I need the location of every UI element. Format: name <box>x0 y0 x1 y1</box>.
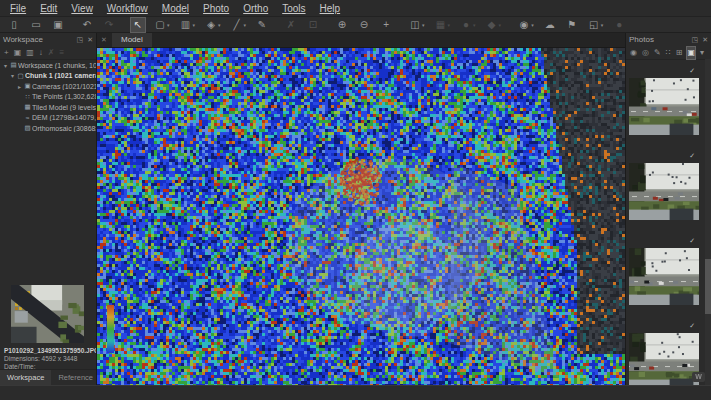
details-view-icon[interactable]: ▣ <box>687 47 695 59</box>
crop-region-button[interactable]: ⊡ <box>306 18 320 32</box>
delete-button[interactable]: ✗ <box>284 18 298 32</box>
float-panel-icon[interactable]: ◳ <box>77 36 84 44</box>
add-chunk-icon[interactable]: + <box>4 47 9 59</box>
tree-item-cameras[interactable]: ▸▣Cameras (1021/1021 aligned) <box>0 81 96 92</box>
measure-button[interactable]: ╱▾ <box>230 18 248 32</box>
dropdown-caret-icon[interactable]: ▾ <box>244 22 247 28</box>
dropdown-caret-icon[interactable]: ▾ <box>601 22 604 28</box>
tree-item-tie-points[interactable]: ∷Tie Points (1,302,628 points) <box>0 92 96 103</box>
rectangle-select-button[interactable]: ▢▾ <box>153 18 171 32</box>
photo-thumbnail-canvas[interactable] <box>629 163 699 220</box>
view-tab-bar: ✕ Model <box>97 33 625 48</box>
dropdown-caret-icon[interactable]: ▾ <box>167 22 170 28</box>
orthophoto-button[interactable]: ◱▾ <box>587 18 605 32</box>
photo-thumbnail-canvas[interactable] <box>629 248 699 305</box>
selection-tools-button[interactable]: ▥▾ <box>179 18 197 32</box>
model-sphere-button[interactable]: ● <box>612 18 626 32</box>
expand-arrow-icon[interactable]: ▸ <box>16 83 23 90</box>
grid-button[interactable]: ▦▾ <box>434 18 452 32</box>
photos-scrollbar-thumb[interactable] <box>705 259 711 314</box>
pointer-select-button[interactable]: ↖ <box>131 18 145 32</box>
small-thumbnails-icon[interactable]: ∷ <box>666 47 671 59</box>
more-options-icon[interactable]: ▾ <box>700 47 704 59</box>
dropdown-caret-icon[interactable]: ▾ <box>531 22 534 28</box>
solid-model-button[interactable]: ◆▾ <box>485 18 503 32</box>
tree-item-dem[interactable]: ≈DEM (12798x14079, 12.7 cm/ <box>0 113 96 124</box>
add-photos-icon[interactable]: ▣ <box>14 47 22 59</box>
photo-thumbnail[interactable]: ✓ <box>629 333 699 390</box>
tab-model[interactable]: Model <box>112 33 152 47</box>
point-size-icon: ◫ <box>409 18 421 32</box>
shaded-model-button[interactable]: ●▾ <box>459 18 477 32</box>
close-view-icon[interactable]: ✕ <box>99 36 109 44</box>
redo-button[interactable]: ↷ <box>102 18 116 32</box>
fit-view-button[interactable]: + <box>379 18 393 32</box>
dropdown-caret-icon[interactable]: ▾ <box>499 22 502 28</box>
tree-item-workspace-root[interactable]: ▾▤Workspace (1 chunks, 1021 cameras) <box>0 60 96 71</box>
dropdown-caret-icon[interactable]: ▾ <box>422 22 425 28</box>
photo-thumbnail-canvas[interactable] <box>629 78 699 135</box>
fit-view-icon: + <box>380 18 392 32</box>
menu-view[interactable]: View <box>64 2 100 15</box>
undo-button[interactable]: ↶ <box>80 18 94 32</box>
dem-icon: ≈ <box>23 114 32 121</box>
dropdown-caret-icon[interactable]: ▾ <box>193 22 196 28</box>
close-panel-icon[interactable]: ✕ <box>702 36 708 44</box>
model-canvas[interactable] <box>97 48 625 385</box>
tree-item-label: Orthomosaic (30868x36300, 3 <box>32 125 96 132</box>
photo-thumbnail[interactable]: ✓ <box>629 248 699 305</box>
save-button[interactable]: ▣ <box>51 18 65 32</box>
open-photo-icon[interactable]: ◉ <box>630 47 637 59</box>
show-cameras-button[interactable]: ◉▾ <box>517 18 535 32</box>
tree-item-tiled-model[interactable]: ▦Tiled Model (9 levels, 3.17 cm <box>0 102 96 113</box>
menu-photo[interactable]: Photo <box>196 2 236 15</box>
float-panel-icon[interactable]: ◳ <box>692 36 699 44</box>
menu-ortho[interactable]: Ortho <box>236 2 275 15</box>
menu-help[interactable]: Help <box>313 2 348 15</box>
remove-item-icon[interactable]: ✗ <box>48 47 55 59</box>
add-folder-icon[interactable]: ▥ <box>26 47 34 59</box>
tab-reference[interactable]: Reference <box>51 370 100 385</box>
menu-edit[interactable]: Edit <box>33 2 64 15</box>
show-markers-button[interactable]: ⚑ <box>565 18 579 32</box>
photo-thumbnail-canvas[interactable] <box>629 333 699 390</box>
model-view <box>97 48 625 385</box>
menu-model[interactable]: Model <box>155 2 196 15</box>
photo-thumbnail[interactable]: ✓ <box>629 78 699 135</box>
tree-item-chunk-1[interactable]: ▾▢Chunk 1 (1021 cameras, 1,302,6 <box>0 71 96 82</box>
photo-thumbnail[interactable]: ✓ <box>629 163 699 220</box>
edit-photo-icon[interactable]: ✎ <box>654 47 661 59</box>
open-folder-button[interactable]: ▭ <box>29 18 43 32</box>
expand-arrow-icon[interactable]: ▾ <box>9 72 16 79</box>
tree-item-orthomosaic[interactable]: ▨Orthomosaic (30868x36300, 3 <box>0 123 96 134</box>
dropdown-caret-icon[interactable]: ▾ <box>218 22 221 28</box>
watermark-icon: W <box>692 372 705 382</box>
large-thumbnails-icon[interactable]: ⊞ <box>676 47 683 59</box>
gradual-selection-button[interactable]: ◈▾ <box>204 18 222 32</box>
menu-tools[interactable]: Tools <box>275 2 312 15</box>
new-document-button[interactable]: ▯ <box>7 18 21 32</box>
draw-button[interactable]: ✎ <box>255 18 269 32</box>
workspace-settings-icon[interactable]: ≡ <box>60 47 65 59</box>
import-icon[interactable]: ↓ <box>39 47 43 59</box>
remove-photo-icon[interactable]: ◎ <box>642 47 649 59</box>
dropdown-caret-icon[interactable]: ▾ <box>473 22 476 28</box>
workspace-panel-header: Workspace ◳ ✕ <box>0 33 96 46</box>
point-size-button[interactable]: ◫▾ <box>408 18 426 32</box>
point-cloud-button[interactable]: ☁ <box>543 18 557 32</box>
zoom-out-button[interactable]: ⊖ <box>357 18 371 32</box>
gradual-selection-icon: ◈ <box>205 18 217 32</box>
close-panel-icon[interactable]: ✕ <box>87 36 93 44</box>
selection-tools-icon: ▥ <box>180 18 192 32</box>
workspace-toolbar: +▣▥↓✗≡ <box>0 46 96 60</box>
tree-item-label: Chunk 1 (1021 cameras, 1,302,6 <box>25 72 96 79</box>
tab-workspace[interactable]: Workspace <box>0 370 51 385</box>
expand-arrow-icon[interactable]: ▾ <box>2 62 9 69</box>
menu-file[interactable]: File <box>3 2 33 15</box>
photos-scrollbar-track[interactable] <box>705 59 711 385</box>
show-markers-icon: ⚑ <box>566 18 578 32</box>
zoom-in-button[interactable]: ⊕ <box>335 18 349 32</box>
menu-workflow[interactable]: Workflow <box>100 2 155 15</box>
dropdown-caret-icon[interactable]: ▾ <box>448 22 451 28</box>
tiled-model-icon: ▦ <box>23 103 32 111</box>
